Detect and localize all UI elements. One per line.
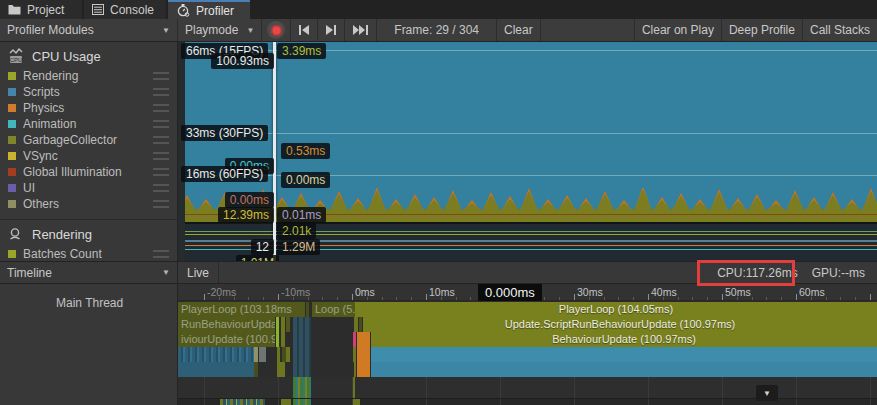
timeline-segment[interactable]: Loop (5. [312,302,356,317]
timeline-segment[interactable] [178,362,254,377]
timeline-segment[interactable] [293,347,311,362]
drag-handle-icon[interactable] [153,120,169,128]
main-thread-label: Main Thread [56,296,123,310]
legend-swatch [8,120,16,128]
timeline-segment[interactable] [276,317,279,332]
timeline-gridline [648,399,649,405]
current-frame-button[interactable] [345,19,377,41]
drag-handle-icon[interactable] [153,184,169,192]
timeline-segment[interactable]: iviourUpdate (100.9 [178,332,275,347]
timeline-segment[interactable] [353,332,356,347]
profiler-modules-dropdown[interactable]: Profiler Modules ▼ [0,19,178,41]
expand-rows-button[interactable]: ▼ [756,385,778,401]
tab-project[interactable]: Project [0,0,82,19]
frame-total-ms: 100.93ms [211,53,274,69]
clear-button[interactable]: Clear [497,19,541,41]
timeline-segment[interactable]: RunBehaviourUpdat [178,317,275,332]
timeline-segment[interactable] [254,347,258,362]
legend-item-ui[interactable]: UI [0,180,177,196]
ruler-label: 40ms [651,286,677,298]
timeline-segment[interactable] [286,317,290,332]
legend-item-others[interactable]: Others [0,196,177,212]
frame-counter: Frame: 29 / 304 [384,23,489,37]
record-button[interactable] [262,19,291,41]
clear-on-play-button[interactable]: Clear on Play [635,19,722,41]
deep-profile-button[interactable]: Deep Profile [722,19,803,41]
timeline-segment[interactable] [306,302,309,317]
legend-item-garbagecollector[interactable]: GarbageCollector [0,132,177,148]
selected-frame-indicator[interactable] [273,42,276,261]
drag-handle-icon[interactable] [153,168,169,176]
legend-swatch [8,250,16,258]
timeline-segment[interactable] [286,347,290,362]
timeline-segment[interactable] [220,399,265,405]
timeline-segment[interactable] [293,399,311,405]
previous-frame-button[interactable] [291,19,318,41]
timeline-segment[interactable] [293,362,311,377]
ruler-label: 50ms [725,286,751,298]
timeline-segment[interactable] [353,347,356,362]
legend-item-physics[interactable]: Physics [0,100,177,116]
timeline-segment[interactable] [357,347,370,362]
timeline-segment[interactable] [353,399,360,405]
timeline-segment[interactable]: BehaviourUpdate (100.97ms) [371,332,877,347]
timeline-segment[interactable] [277,362,285,377]
next-frame-button[interactable] [318,19,345,41]
legend-item-animation[interactable]: Animation [0,116,177,132]
timeline-segment[interactable] [354,317,358,332]
timeline-segment[interactable] [254,362,258,377]
batches-count: 2.01k [277,223,316,239]
timeline-panel[interactable]: 0.000ms -20ms-10ms0ms10ms30ms40ms50ms60m… [178,284,877,405]
timeline-segment[interactable]: PlayerLoop (104.05ms) [355,302,877,317]
timeline-segment[interactable] [293,332,311,347]
timeline-segment[interactable] [281,317,285,332]
cpu-usage-chart[interactable]: 66ms (15FPS) 100.93ms 3.39ms 33ms (30FPS… [178,42,877,261]
timeline-segment[interactable] [259,347,266,362]
drag-handle-icon[interactable] [153,200,169,208]
timeline-segment[interactable] [281,399,291,405]
legend-item-vsync[interactable]: VSync [0,148,177,164]
drag-handle-icon[interactable] [153,88,169,96]
ruler-label: 60ms [799,286,825,298]
cpu-usage-module-header[interactable]: CPU CPU Usage [0,42,177,68]
rendering-legend-list: Batches Count [0,246,177,261]
timeline-segment[interactable] [276,332,279,347]
legend-item-scripts[interactable]: Scripts [0,84,177,100]
legend-item-batches-count[interactable]: Batches Count [0,246,177,261]
tab-label: Project [27,3,64,17]
playmode-dropdown[interactable]: Playmode ▼ [178,19,262,41]
timeline-segment[interactable]: PlayerLoop (103.18ms [178,302,305,317]
tab-console[interactable]: Console [84,0,166,19]
legend-item-global-illumination[interactable]: Global Illumination [0,164,177,180]
timeline-segment[interactable]: Update.ScriptRunBehaviourUpdate (100.97m… [363,317,877,332]
drag-handle-icon[interactable] [153,136,169,144]
chevron-down-icon: ▼ [246,26,254,35]
legend-item-rendering[interactable]: Rendering [0,68,177,84]
drag-handle-icon[interactable] [153,250,169,258]
legend-label: Batches Count [23,247,153,261]
timeline-segment[interactable] [354,362,356,377]
timeline-segment[interactable] [178,347,254,362]
timeline-segment[interactable] [357,332,370,347]
timeline-segment[interactable] [281,332,285,347]
ruler-tick [382,297,383,300]
timeline-segment[interactable] [359,317,362,332]
live-button[interactable]: Live [178,262,219,283]
timeline-segment[interactable] [277,347,280,362]
rendering-module-header[interactable]: Rendering [0,220,177,246]
timeline-gridline [278,377,279,398]
timeline-ruler[interactable]: 0.000ms -20ms-10ms0ms10ms30ms40ms50ms60m… [178,284,877,301]
drag-handle-icon[interactable] [153,104,169,112]
drag-handle-icon[interactable] [153,152,169,160]
timeline-segment[interactable] [371,347,877,362]
timeline-segment[interactable] [293,377,311,398]
timeline-segment[interactable] [357,362,370,377]
view-mode-dropdown[interactable]: Timeline ▼ [0,262,178,283]
timeline-segment[interactable] [353,377,355,398]
timeline-segment[interactable] [293,317,311,332]
drag-handle-icon[interactable] [153,72,169,80]
tab-profiler[interactable]: Profiler [168,0,250,19]
call-stacks-button[interactable]: Call Stacks [803,19,877,41]
timeline-gridline [722,399,723,405]
timeline-segment[interactable] [371,362,877,377]
